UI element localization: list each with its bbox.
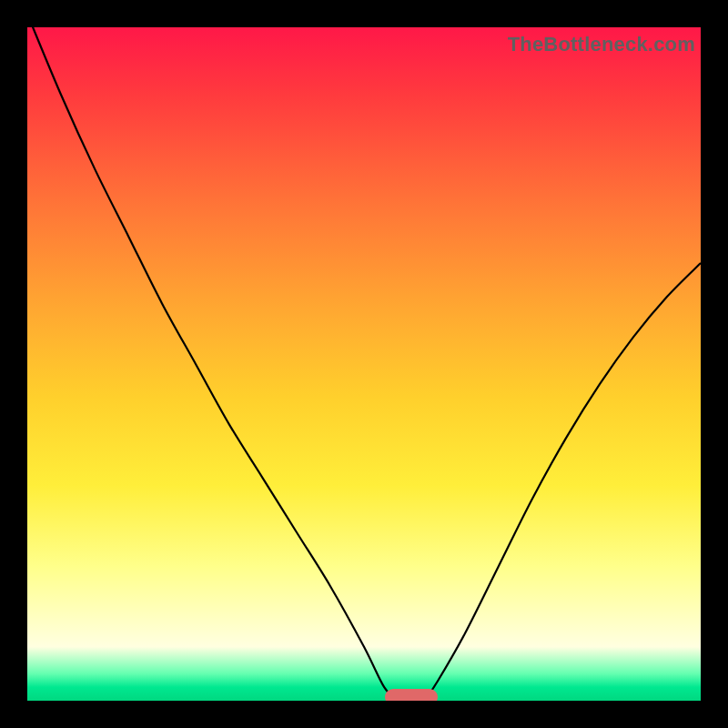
plot-area: TheBottleneck.com — [27, 27, 701, 701]
bottleneck-marker — [385, 689, 438, 701]
watermark-text: TheBottleneck.com — [508, 33, 695, 56]
curve-left-branch — [27, 27, 398, 701]
curve-right-branch — [425, 263, 701, 701]
bottleneck-curve — [27, 27, 701, 701]
